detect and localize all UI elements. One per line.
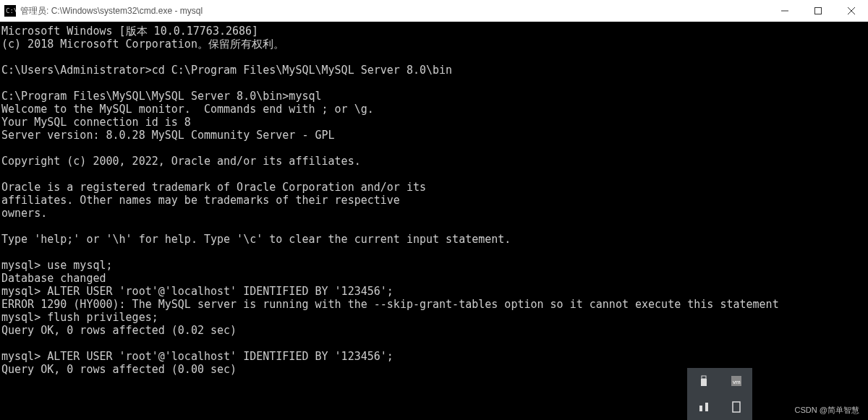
terminal-line: ERROR 1290 (HY000): The MySQL server is … [1, 298, 867, 311]
terminal-line [1, 77, 867, 90]
terminal-line: Database changed [1, 272, 867, 285]
terminal-line: Server version: 8.0.28 MySQL Community S… [1, 129, 867, 142]
close-button[interactable] [835, 0, 868, 22]
window-titlebar: C:\ 管理员: C:\Windows\system32\cmd.exe - m… [0, 0, 868, 22]
maximize-button[interactable] [801, 0, 835, 22]
svg-rect-3 [815, 8, 822, 14]
terminal-line: mysql> flush privileges; [1, 311, 867, 324]
svg-rect-12 [733, 402, 740, 412]
terminal-line: Oracle is a registered trademark of Orac… [1, 181, 867, 194]
terminal-line [1, 168, 867, 181]
svg-rect-10 [699, 406, 702, 411]
terminal-line: Type 'help;' or '\h' for help. Type '\c'… [1, 233, 867, 246]
terminal-line: Microsoft Windows [版本 10.0.17763.2686] [1, 25, 867, 38]
tray-icon-3[interactable] [687, 394, 720, 420]
terminal-output[interactable]: Microsoft Windows [版本 10.0.17763.2686](c… [0, 22, 868, 379]
terminal-line [1, 142, 867, 155]
terminal-line: Copyright (c) 2000, 2022, Oracle and/or … [1, 155, 867, 168]
cmd-icon: C:\ [4, 5, 16, 17]
tray-icon-4[interactable] [720, 394, 752, 420]
terminal-line: Welcome to the MySQL monitor. Commands e… [1, 103, 867, 116]
terminal-line [1, 220, 867, 233]
terminal-line [1, 337, 867, 350]
terminal-line: C:\Program Files\MySQL\MySQL Server 8.0\… [1, 90, 867, 103]
terminal-line: Query OK, 0 rows affected (0.02 sec) [1, 324, 867, 337]
svg-rect-6 [702, 376, 706, 379]
terminal-line: mysql> ALTER USER 'root'@'localhost' IDE… [1, 350, 867, 363]
vm-icon[interactable]: vm [720, 368, 752, 394]
svg-rect-7 [701, 379, 707, 386]
terminal-line: C:\Users\Administrator>cd C:\Program Fil… [1, 64, 867, 77]
svg-text:C:\: C:\ [6, 7, 16, 14]
minimize-button[interactable] [768, 0, 801, 22]
window-title: 管理员: C:\Windows\system32\cmd.exe - mysql [20, 5, 768, 17]
svg-rect-11 [705, 403, 708, 411]
window-controls [768, 0, 868, 22]
usb-icon[interactable] [687, 368, 720, 394]
terminal-line: owners. [1, 207, 867, 220]
terminal-line [1, 51, 867, 64]
terminal-line: affiliates. Other names may be trademark… [1, 194, 867, 207]
terminal-line: mysql> ALTER USER 'root'@'localhost' IDE… [1, 285, 867, 298]
svg-text:vm: vm [733, 379, 741, 385]
terminal-line: mysql> use mysql; [1, 259, 867, 272]
terminal-line: (c) 2018 Microsoft Corporation。保留所有权利。 [1, 38, 867, 51]
system-tray: vm [687, 368, 752, 420]
terminal-line: Your MySQL connection id is 8 [1, 116, 867, 129]
terminal-line [1, 246, 867, 259]
watermark: CSDN @简单智慧 [795, 405, 859, 416]
